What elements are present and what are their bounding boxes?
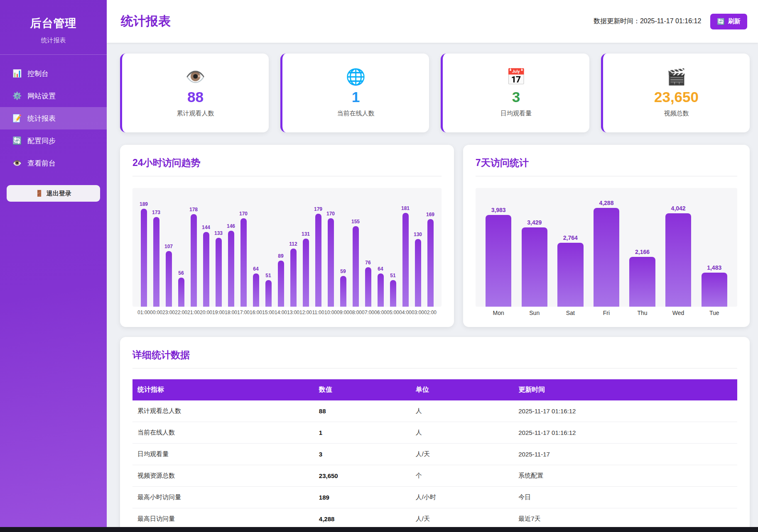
sidebar-item-网站设置[interactable]: ⚙️网站设置: [0, 85, 107, 107]
bar-value-label: 51: [390, 273, 395, 278]
stat-value: 23,650: [654, 89, 699, 105]
hourly-chart-plot: 1891731075617814413314617064518911213117…: [132, 188, 442, 307]
gear-icon: ⚙️: [12, 91, 22, 100]
sidebar-item-统计报表[interactable]: 📝统计报表: [0, 107, 107, 129]
bar: [216, 238, 222, 307]
x-tick: 06:00: [374, 310, 387, 315]
bar-value-label: 1,483: [707, 264, 721, 271]
x-tick: 19:00: [212, 310, 225, 315]
bar-value-label: 130: [414, 232, 422, 237]
logout-button[interactable]: 🚪 退出登录: [7, 185, 100, 202]
bar-slot: 189: [137, 201, 150, 307]
bar: [353, 226, 359, 307]
x-tick: 13:00: [287, 310, 299, 315]
table-cell: 人: [411, 400, 514, 422]
bar: [240, 218, 247, 307]
x-tick-label: 23:00: [162, 310, 175, 315]
topbar-right: 数据更新时间：2025-11-17 01:16:12 🔄 刷新: [594, 14, 747, 29]
x-tick: 01:00: [137, 310, 150, 315]
table-cell: 累计观看总人数: [132, 400, 314, 422]
x-tick: 11:00: [312, 310, 324, 315]
x-tick-label: Tue: [709, 310, 719, 316]
page-title: 统计报表: [121, 13, 171, 30]
bar-slot: 133: [212, 230, 225, 307]
sidebar: 后台管理 统计报表 📊控制台⚙️网站设置📝统计报表🔄配置同步👁️查看前台 🚪 退…: [0, 0, 107, 527]
x-tick-label: 00:00: [150, 310, 162, 315]
bar-slot: 51: [262, 273, 275, 307]
sidebar-divider: [0, 54, 107, 55]
bar-slot: 56: [175, 270, 187, 307]
table-cell: 当前在线人数: [132, 422, 314, 444]
bar-value-label: 51: [265, 273, 271, 278]
x-tick-label: Sat: [566, 310, 575, 316]
table-cell: 88: [314, 400, 411, 422]
bar-value-label: 64: [378, 266, 383, 272]
x-tick: Mon: [481, 310, 517, 316]
bar: [665, 213, 691, 307]
x-tick-label: 09:00: [337, 310, 349, 315]
bar-value-label: 56: [178, 270, 184, 276]
x-tick: 09:00: [337, 310, 349, 315]
table-row: 当前在线人数1人2025-11-17 01:16:12: [132, 422, 737, 444]
x-tick-label: 06:00: [374, 310, 387, 315]
table-cell: 189: [314, 487, 411, 508]
x-tick-label: 04:00: [399, 310, 412, 315]
door-icon: 🚪: [35, 190, 43, 197]
weekly-chart-plot: 3,9833,4292,7644,2882,1664,0421,483: [476, 188, 737, 307]
sidebar-item-查看前台[interactable]: 👁️查看前台: [0, 152, 107, 174]
memo-icon: 📝: [12, 114, 22, 123]
bar-slot: 3,983: [481, 207, 517, 307]
logout-label: 退出登录: [47, 190, 71, 198]
update-time-label: 数据更新时间：: [594, 17, 640, 24]
charts-row: 24小时访问趋势 1891731075617814413314617064518…: [120, 145, 750, 327]
stat-label: 视频总数: [664, 110, 689, 117]
bar-value-label: 4,288: [599, 200, 613, 206]
sidebar-item-控制台[interactable]: 📊控制台: [0, 62, 107, 85]
bar-value-label: 155: [351, 219, 360, 225]
stat-value: 1: [352, 89, 360, 105]
x-tick-label: 13:00: [287, 310, 299, 315]
bar-slot: 112: [287, 241, 299, 307]
bar: [290, 249, 297, 307]
detail-table: 统计指标数值单位更新时间累计观看总人数88人2025-11-17 01:16:1…: [132, 379, 737, 527]
sidebar-title: 后台管理: [0, 16, 107, 31]
bar-slot: 4,042: [660, 205, 697, 307]
stat-card: 🎬23,650视频总数: [601, 54, 750, 132]
bar: [486, 215, 511, 307]
bar-slot: 3,429: [516, 219, 552, 307]
bar: [340, 276, 346, 307]
bar-slot: 59: [337, 268, 349, 307]
bar-value-label: 169: [426, 212, 434, 217]
bar-value-label: 179: [314, 206, 322, 212]
table-row: 最高小时访问量189人/小时今日: [132, 487, 737, 508]
bar: [629, 257, 655, 307]
table-cell: 最近7天: [513, 508, 737, 527]
sidebar-item-label: 控制台: [27, 69, 49, 78]
sidebar-item-配置同步[interactable]: 🔄配置同步: [0, 129, 107, 152]
bar: [278, 261, 284, 307]
bar-slot: 76: [362, 260, 374, 307]
detail-table-card: 详细统计数据 统计指标数值单位更新时间累计观看总人数88人2025-11-17 …: [120, 337, 750, 527]
bar-slot: 144: [200, 225, 212, 307]
refresh-button[interactable]: 🔄 刷新: [710, 14, 747, 29]
bar: [390, 280, 396, 307]
x-tick-label: Fri: [603, 310, 610, 316]
bar-slot: 170: [324, 211, 337, 307]
table-header-cell: 数值: [314, 379, 411, 400]
x-tick: 02:00: [424, 310, 437, 315]
x-tick-label: 22:00: [175, 310, 187, 315]
bar: [166, 251, 172, 307]
bar-slot: 89: [275, 253, 287, 307]
x-tick-label: 16:00: [250, 310, 262, 315]
table-header-cell: 单位: [411, 379, 514, 400]
bar-slot: 2,166: [624, 249, 660, 307]
sidebar-item-label: 查看前台: [27, 159, 56, 168]
bar: [253, 273, 259, 307]
x-tick: Wed: [660, 310, 697, 316]
table-cell: 系统配置: [513, 465, 737, 487]
bar-slot: 179: [312, 206, 324, 307]
bar-value-label: 59: [340, 268, 346, 274]
bar-value-label: 131: [302, 231, 310, 237]
x-tick-label: 14:00: [275, 310, 287, 315]
bottom-strip: [0, 527, 758, 532]
